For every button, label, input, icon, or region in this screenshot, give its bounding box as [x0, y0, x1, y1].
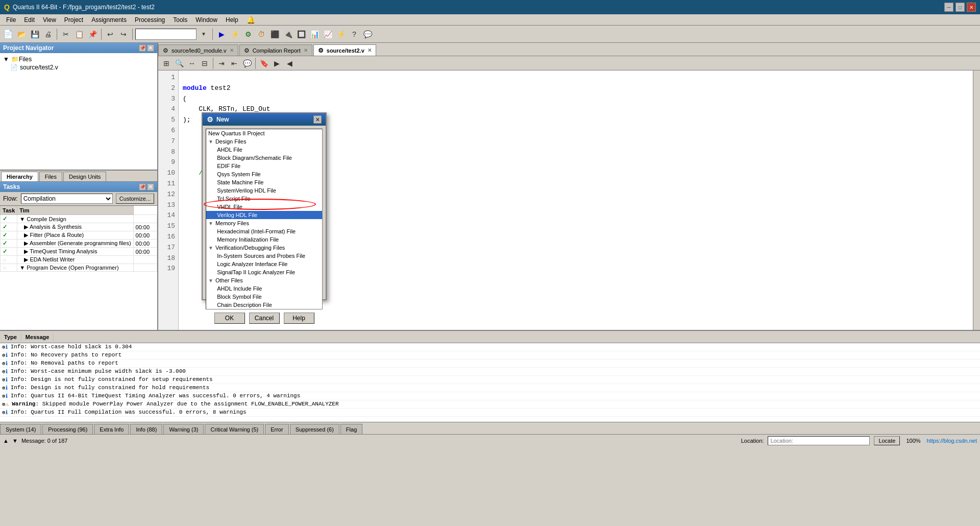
menu-edit[interactable]: Edit [20, 15, 39, 25]
edit-toggle-button[interactable]: ⊟ [199, 57, 211, 69]
messages-content[interactable]: ⊕ ℹInfo: Worst-case hold slack is 0.304⊕… [0, 343, 980, 422]
panel-close-button[interactable]: ✕ [147, 44, 154, 52]
msg-expand-icon[interactable]: ⊕ [2, 352, 6, 358]
message-row[interactable]: ⊕ ℹInfo: Worst-case minimum pulse width … [0, 368, 980, 376]
task-row[interactable]: ✓ ▶ Analysis & Synthesis00:00 [1, 223, 157, 231]
dialog-tree-item[interactable]: Verilog HDL File [206, 211, 322, 219]
tab-design-units[interactable]: Design Units [63, 172, 106, 181]
message-row[interactable]: ⊕ ℹInfo: Design is not fully constrained… [0, 376, 980, 384]
comment-button[interactable]: 💬 [241, 57, 253, 69]
task-row[interactable]: ✓▼ Compile Design [1, 215, 157, 223]
files-folder[interactable]: ▼ 📁 Files [2, 55, 155, 63]
dialog-tree-item[interactable]: Memory Initialization File [206, 235, 322, 244]
paste-button[interactable]: 📌 [86, 28, 99, 40]
task-row[interactable]: ✓ ▶ Assembler (Generate programming file… [1, 240, 157, 248]
dialog-cancel-button[interactable]: Cancel [249, 313, 280, 324]
tab-close-led0[interactable]: ✕ [230, 47, 234, 53]
redo-button[interactable]: ↪ [117, 28, 130, 40]
edit-replace-button[interactable]: ↔ [186, 57, 198, 69]
timing-button[interactable]: ⏱ [255, 28, 267, 40]
customize-button[interactable]: Customize... [116, 194, 154, 204]
dialog-tree-item[interactable]: ▼ Other Files [206, 276, 322, 284]
tasks-close-button[interactable]: ✕ [147, 183, 154, 190]
menu-window[interactable]: Window [191, 15, 222, 25]
status-tab-5[interactable]: Critical Warning (5) [205, 424, 264, 434]
close-button[interactable]: ✕ [967, 3, 976, 12]
status-tab-1[interactable]: Processing (96) [42, 424, 93, 434]
menu-help[interactable]: Help [222, 15, 242, 25]
tab-test2[interactable]: ⚙ source/test2.v ✕ [313, 44, 376, 56]
dialog-tree[interactable]: New Quartus II Project▼ Design Files AHD… [206, 129, 323, 309]
status-tab-7[interactable]: Suppressed (6) [290, 424, 339, 434]
message-row[interactable]: ⊕ ℹInfo: No Recovery paths to report [0, 351, 980, 360]
dialog-tree-item[interactable]: State Machine File [206, 178, 322, 186]
message-row[interactable]: ⊕ ℹInfo: Quartus II Full Compilation was… [0, 409, 980, 417]
message-row[interactable]: ⊕ ⚠Warning: Skipped module PowerPlay Pow… [0, 400, 980, 409]
dialog-tree-item[interactable]: Qsys System File [206, 170, 322, 178]
menu-extra[interactable]: 🔔 [242, 15, 259, 25]
msg-expand-icon[interactable]: ⊕ [2, 401, 6, 408]
project-input[interactable]: test2 [135, 29, 197, 40]
panel-pin-button[interactable]: 📌 [139, 44, 146, 52]
message-row[interactable]: ⊕ ℹInfo: No Removal paths to report [0, 360, 980, 368]
editor-vscrollbar[interactable] [973, 70, 980, 330]
msg-expand-icon[interactable]: ⊕ [2, 385, 6, 391]
next-bookmark-button[interactable]: ▶ [271, 57, 283, 69]
task-row[interactable]: ○ ▶ EDA Netlist Writer [1, 256, 157, 264]
menu-project[interactable]: Project [60, 15, 87, 25]
chip-planner-button[interactable]: 🔲 [295, 28, 307, 40]
bookmark-button[interactable]: 🔖 [258, 57, 270, 69]
dialog-tree-item[interactable]: Tcl Script File [206, 195, 322, 203]
new-file-button[interactable]: 📄 [2, 28, 14, 40]
netlist-viewer-button[interactable]: 📈 [322, 28, 334, 40]
msg-expand-icon[interactable]: ⊕ [2, 376, 6, 383]
minimize-button[interactable]: ─ [944, 3, 953, 12]
dialog-tree-item[interactable]: Hexadecimal (Intel-Format) File [206, 227, 322, 235]
dialog-tree-item[interactable]: Chain Description File [206, 301, 322, 309]
rtl-viewer-button[interactable]: 📊 [308, 28, 321, 40]
status-tab-0[interactable]: System (14) [0, 424, 41, 434]
tab-led0-module[interactable]: ⚙ source/led0_module.v ✕ [158, 44, 238, 56]
tab-hierarchy[interactable]: Hierarchy [1, 172, 38, 181]
dialog-tree-item[interactable]: VHDL File [206, 203, 322, 211]
help-toolbar-button[interactable]: ? [348, 28, 360, 40]
tab-close-test2[interactable]: ✕ [368, 47, 372, 53]
status-tab-2[interactable]: Extra Info [94, 424, 129, 434]
dialog-tree-item[interactable]: AHDL File [206, 146, 322, 154]
menu-assignments[interactable]: Assignments [87, 15, 131, 25]
dialog-tree-item[interactable]: SystemVerilog HDL File [206, 186, 322, 195]
tab-close-report[interactable]: ✕ [304, 47, 308, 53]
fitter-button[interactable]: ⚙ [242, 28, 254, 40]
save-button[interactable]: 💾 [29, 28, 41, 40]
status-tab-3[interactable]: Info (88) [130, 424, 162, 434]
toolbar-dropdown-arrow[interactable]: ▼ [198, 28, 210, 40]
message-row[interactable]: ⊕ ℹInfo: Worst-case hold slack is 0.304 [0, 343, 980, 351]
edit-find-button[interactable]: 🔍 [173, 57, 185, 69]
message-row[interactable]: ⊕ ℹInfo: Design is not fully constrained… [0, 384, 980, 392]
dialog-close-button[interactable]: ✕ [313, 115, 322, 124]
dialog-help-button[interactable]: Help [284, 313, 314, 324]
dialog-tree-item[interactable]: ▼ Verification/Debugging Files [206, 244, 322, 252]
edit-goto-button[interactable]: ⊞ [160, 57, 173, 69]
msg-expand-icon[interactable]: ⊕ [2, 368, 6, 375]
analyze-button[interactable]: ⚡ [229, 28, 241, 40]
prev-bookmark-button[interactable]: ◀ [283, 57, 296, 69]
msg-expand-icon[interactable]: ⊕ [2, 393, 6, 399]
power-button[interactable]: ⚡ [335, 28, 347, 40]
task-row[interactable]: ✓ ▶ TimeQuest Timing Analysis00:00 [1, 248, 157, 256]
dialog-tree-item[interactable]: In-System Sources and Probes File [206, 252, 322, 260]
tab-compilation-report[interactable]: ⚙ Compilation Report ✕ [239, 44, 312, 56]
cut-button[interactable]: ✂ [60, 28, 72, 40]
status-tab-6[interactable]: Error [265, 424, 288, 434]
dialog-tree-item[interactable]: Logic Analyzer Interface File [206, 260, 322, 268]
indent-button[interactable]: ⇥ [215, 57, 228, 69]
up-arrow-button[interactable]: ▲ [3, 438, 9, 444]
location-input[interactable] [768, 436, 870, 445]
locate-button[interactable]: Locate [874, 436, 900, 445]
dialog-tree-item[interactable]: SignalTap II Logic Analyzer File [206, 268, 322, 276]
msg-expand-icon[interactable]: ⊕ [2, 344, 6, 350]
task-row[interactable]: ○▼ Program Device (Open Programmer) [1, 264, 157, 272]
status-tab-8[interactable]: Flag [340, 424, 362, 434]
dialog-tree-item[interactable]: EDIF File [206, 162, 322, 170]
dialog-tree-item[interactable]: Block Symbol File [206, 293, 322, 301]
